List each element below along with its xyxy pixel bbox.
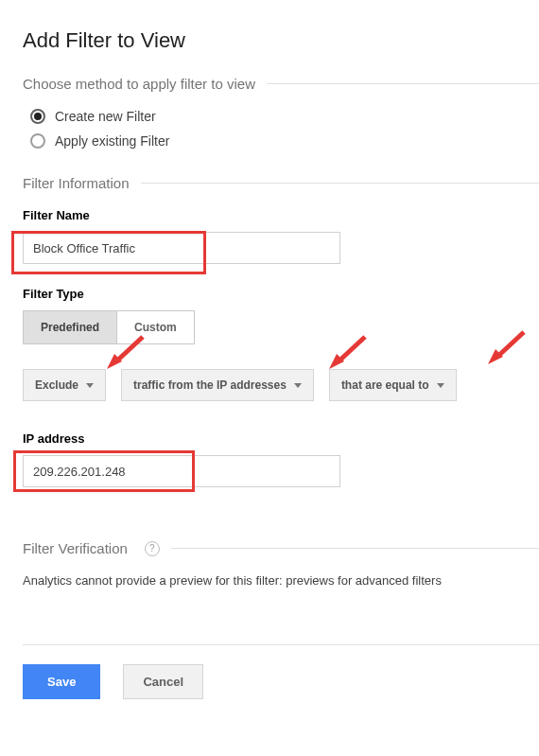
verification-message: Analytics cannot provide a preview for t… — [23, 573, 539, 588]
method-section-header: Choose method to apply filter to view — [23, 76, 539, 92]
save-button[interactable]: Save — [23, 664, 100, 699]
radio-label: Create new Filter — [55, 109, 156, 124]
svg-line-4 — [497, 332, 524, 357]
dropdown-label: that are equal to — [341, 378, 429, 392]
radio-label: Apply existing Filter — [55, 133, 169, 149]
radio-create-new-filter[interactable]: Create new Filter — [30, 109, 539, 124]
filter-type-toggle: Predefined Custom — [23, 310, 195, 344]
chevron-down-icon — [86, 383, 94, 388]
dropdown-label: traffic from the IP addresses — [133, 378, 287, 392]
filter-name-input[interactable] — [23, 232, 340, 264]
ip-address-label: IP address — [23, 431, 539, 446]
action-buttons: Save Cancel — [23, 644, 539, 699]
divider — [141, 183, 539, 184]
dropdown-label: Exclude — [35, 378, 78, 392]
chevron-down-icon — [294, 383, 302, 388]
predefined-dropdown-row: Exclude traffic from the IP addresses th… — [23, 369, 539, 401]
ip-address-block: IP address — [23, 431, 539, 487]
filter-name-label: Filter Name — [23, 208, 539, 222]
radio-apply-existing-filter[interactable]: Apply existing Filter — [30, 133, 539, 149]
help-icon[interactable]: ? — [145, 541, 160, 556]
annotation-arrow-icon — [484, 328, 528, 368]
method-heading: Choose method to apply filter to view — [23, 76, 255, 92]
method-radio-group: Create new Filter Apply existing Filter — [30, 109, 539, 149]
filter-type-label: Filter Type — [23, 287, 539, 301]
ip-address-input[interactable] — [23, 455, 340, 487]
dropdown-exclude[interactable]: Exclude — [23, 369, 106, 401]
radio-icon — [30, 109, 45, 124]
divider — [267, 83, 539, 84]
svg-marker-1 — [107, 354, 122, 369]
filter-type-block: Filter Type Predefined Custom Exclude tr… — [23, 287, 539, 401]
toggle-predefined[interactable]: Predefined — [24, 311, 116, 343]
divider — [171, 548, 539, 549]
dropdown-expression[interactable]: that are equal to — [329, 369, 457, 401]
dropdown-traffic-source[interactable]: traffic from the IP addresses — [121, 369, 314, 401]
chevron-down-icon — [437, 383, 444, 388]
svg-marker-3 — [329, 354, 344, 369]
toggle-custom[interactable]: Custom — [116, 311, 194, 343]
page-title: Add Filter to View — [23, 28, 539, 53]
svg-line-2 — [339, 337, 365, 361]
verification-section-header: Filter Verification ? — [23, 540, 539, 556]
verification-heading: Filter Verification — [23, 540, 128, 556]
svg-marker-5 — [488, 349, 503, 364]
filter-info-heading: Filter Information — [23, 175, 130, 191]
annotation-arrow-icon — [325, 333, 369, 373]
cancel-button[interactable]: Cancel — [123, 664, 203, 699]
radio-icon — [30, 133, 45, 149]
filter-info-section-header: Filter Information — [23, 175, 539, 191]
filter-name-block: Filter Name — [23, 208, 539, 264]
